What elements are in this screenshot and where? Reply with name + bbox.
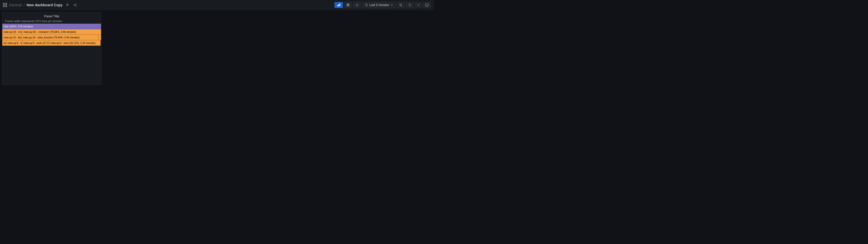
share-button[interactable] xyxy=(72,2,78,8)
topbar-right: Last 5 minutes xyxy=(334,2,431,8)
svg-point-2 xyxy=(73,4,74,5)
topbar-left: General / New dashboard Copy xyxy=(3,2,78,8)
flame-row-1: main.py:19 - <module> (20.17%, 0.87 minu… xyxy=(2,29,101,35)
svg-point-1 xyxy=(75,5,76,6)
share-icon xyxy=(73,3,77,7)
flamegraph: total (100%, 4.34 minutes) main.py:19 - … xyxy=(2,24,101,84)
main-content: Panel Title Frame width represents CPU t… xyxy=(0,10,434,122)
grid-icon xyxy=(3,3,7,7)
flame-cell-3-3[interactable]: main.py:6 - work (52.12%, 2.26 minutes) xyxy=(49,40,101,46)
clock-icon xyxy=(365,3,368,6)
flame-cell-2-2[interactable] xyxy=(99,35,101,40)
flame-cell-3-1[interactable]: main.py:6 - work (1... xyxy=(6,40,22,46)
svg-rect-5 xyxy=(337,5,338,6)
refresh-button[interactable] xyxy=(406,2,414,8)
svg-rect-9 xyxy=(347,4,349,5)
zoom-out-icon xyxy=(399,3,403,7)
breadcrumb-general[interactable]: General xyxy=(9,3,22,7)
chevron-down-more-icon xyxy=(417,4,420,6)
svg-line-3 xyxy=(74,4,75,4)
flame-cell-total[interactable]: total (100%, 4.34 minutes) xyxy=(2,24,101,29)
panel-title: Panel Title xyxy=(2,12,101,19)
flame-cell-3-0[interactable]: main.py:5 xyxy=(2,40,6,46)
flame-row-2: main.py:10 - fast_function (19...) main.… xyxy=(2,35,101,40)
star-button[interactable] xyxy=(65,2,70,8)
panel: Panel Title Frame width represents CPU t… xyxy=(2,12,101,85)
svg-point-11 xyxy=(356,4,358,5)
save-icon xyxy=(346,3,350,7)
flame-cell-2-0[interactable]: main.py:10 - fast_function (19...) xyxy=(2,35,22,40)
flame-row-3: main.py:5 main.py:6 - work (1... main.py… xyxy=(2,40,101,46)
more-options-button[interactable] xyxy=(415,2,422,8)
flame-row-0: total (100%, 4.34 minutes) xyxy=(2,24,101,29)
panel-subtitle: Frame width represents CPU time per func… xyxy=(2,19,101,24)
add-panel-button[interactable] xyxy=(334,2,343,8)
svg-rect-6 xyxy=(338,4,339,6)
svg-line-4 xyxy=(74,5,75,5)
svg-line-15 xyxy=(401,5,402,6)
gear-icon xyxy=(355,3,359,7)
breadcrumb-separator: / xyxy=(24,3,25,7)
time-range-label: Last 5 minutes xyxy=(369,3,389,7)
tv-mode-button[interactable] xyxy=(423,2,431,8)
svg-point-0 xyxy=(75,3,76,4)
chart-icon xyxy=(337,3,340,7)
zoom-out-button[interactable] xyxy=(397,2,405,8)
flame-cell-1-1[interactable]: main.py:20 - <module> (79.83%, 3.46 minu… xyxy=(22,29,101,35)
flame-cell-2-1[interactable]: main.py:14 - slow_function (79.44%, 3.44… xyxy=(22,35,99,40)
refresh-icon xyxy=(408,3,412,7)
save-button[interactable] xyxy=(344,2,352,8)
svg-rect-7 xyxy=(339,3,340,6)
time-range-button[interactable]: Last 5 minutes xyxy=(362,2,396,8)
tv-icon xyxy=(425,3,429,6)
flame-cell-3-2[interactable]: main.py:5 - work (27.31%, 1.18 minutes) xyxy=(22,40,49,46)
topbar: General / New dashboard Copy xyxy=(0,0,434,10)
chevron-down-icon xyxy=(391,4,393,6)
svg-rect-10 xyxy=(347,5,349,6)
settings-button[interactable] xyxy=(353,2,361,8)
flame-cell-1-0[interactable]: main.py:19 - <module> (20.17%, 0.87 minu… xyxy=(2,29,22,35)
svg-rect-16 xyxy=(426,4,429,6)
star-icon xyxy=(66,3,69,7)
breadcrumb-current: New dashboard Copy xyxy=(27,3,63,7)
